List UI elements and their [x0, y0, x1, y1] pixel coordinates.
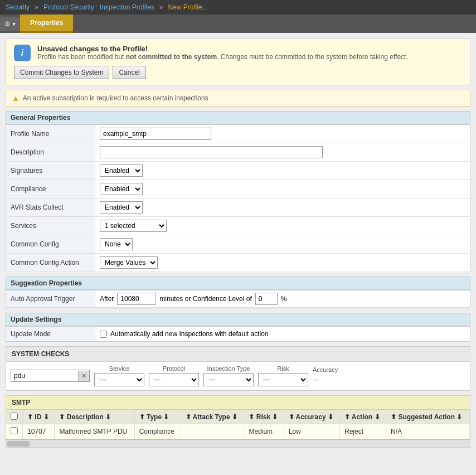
description-row: Description	[6, 143, 470, 162]
warning-text-after: . Changes must be committed to the syste…	[217, 53, 408, 61]
horizontal-scrollbar[interactable]	[6, 439, 470, 447]
smtp-table-header-row: ⬆ ID ⬇ ⬆ Description ⬇ ⬆ Type ⬇ ⬆ Attack…	[6, 410, 470, 424]
tab-bar: ⚙ ▾ Properties	[0, 14, 476, 33]
minutes-input[interactable]: 10080	[117, 293, 156, 305]
warning-text-bold: not committed to the system	[126, 53, 217, 61]
row-checkbox-cell	[6, 424, 23, 439]
profile-name-value	[95, 125, 470, 143]
signatures-select[interactable]: Enabled Disabled	[100, 164, 143, 177]
common-config-action-row: Common Config Action Merge Values Overri…	[6, 254, 470, 272]
after-label: After	[100, 295, 114, 303]
tab-properties[interactable]: Properties	[20, 14, 73, 33]
row-accuracy-cell: Low	[284, 424, 339, 439]
avr-stats-select[interactable]: Enabled Disabled	[100, 201, 143, 214]
row-action-cell: Reject	[339, 424, 386, 439]
gear-icon: ⚙	[4, 20, 11, 28]
info-icon: i	[14, 45, 31, 61]
accuracy-filter-group: Accuracy ---	[313, 366, 338, 385]
common-config-row: Common Config None	[6, 235, 470, 254]
protocol-filter-select[interactable]: ---	[149, 373, 199, 386]
clear-search-button[interactable]: ✕	[78, 371, 89, 381]
avr-stats-row: AVR Stats Collect Enabled Disabled	[6, 198, 470, 217]
row-id-cell[interactable]: 10707	[23, 424, 55, 439]
signatures-row: Signatures Enabled Disabled	[6, 162, 470, 180]
commit-changes-button[interactable]: Commit Changes to System	[14, 66, 109, 79]
avr-stats-label: AVR Stats Collect	[6, 198, 95, 217]
top-nav: Security » Protocol Security : Inspectio…	[0, 0, 476, 14]
warning-title: Unsaved changes to the Profile!	[37, 45, 408, 53]
confidence-input[interactable]: 0	[255, 293, 278, 305]
filter-row: ✕ Service --- Protocol --- Inspection Ty…	[6, 362, 470, 390]
auto-add-checkbox[interactable]	[100, 331, 107, 338]
col-header-id: ⬆ ID ⬇	[23, 410, 55, 424]
inspection-type-filter-select[interactable]: ---	[203, 373, 254, 386]
main-content: i Unsaved changes to the Profile! Profil…	[0, 33, 476, 475]
row-description-cell: Malformed SMTP PDU	[55, 424, 134, 439]
services-label: Services	[6, 217, 95, 235]
col-header-description: ⬆ Description ⬇	[55, 410, 134, 424]
warning-triangle-icon: ▲	[12, 94, 20, 103]
percent-label: %	[281, 295, 287, 303]
compliance-select[interactable]: Enabled Disabled	[100, 183, 143, 195]
auto-approval-label: Auto Approval Trigger	[6, 290, 95, 307]
col-header-type: ⬆ Type ⬇	[134, 410, 181, 424]
col-risk-label: ⬆ Risk ⬇	[249, 413, 278, 421]
col-suggested-action-label: ⬆ Suggested Action ⬇	[391, 413, 462, 421]
update-settings-header: Update Settings	[6, 313, 470, 326]
common-config-action-value: Merge Values Override	[95, 254, 470, 272]
service-filter-group: Service ---	[94, 365, 144, 386]
protocol-filter-group: Protocol ---	[149, 365, 199, 386]
col-id-label: ⬆ ID ⬇	[27, 413, 49, 421]
update-mode-label: Update Mode	[6, 327, 95, 341]
col-attack-type-label: ⬆ Attack Type ⬇	[186, 413, 237, 421]
row-suggested-action-cell: N/A	[386, 424, 470, 439]
system-checks-container: SYSTEM CHECKS ✕ Service --- Protocol	[6, 346, 470, 391]
signatures-label: Signatures	[6, 162, 95, 180]
search-input[interactable]	[11, 370, 78, 381]
breadcrumb-sep1: »	[35, 3, 38, 11]
warning-text: Profile has been modified but not commit…	[37, 53, 408, 61]
col-header-suggested-action: ⬆ Suggested Action ⬇	[386, 410, 470, 424]
col-type-label: ⬆ Type ⬇	[139, 413, 169, 421]
compliance-label: Compliance	[6, 180, 95, 198]
description-label: Description	[6, 143, 95, 162]
col-header-risk: ⬆ Risk ⬇	[244, 410, 284, 424]
search-filter-group: ✕	[11, 370, 90, 382]
avr-stats-value: Enabled Disabled	[95, 198, 470, 217]
auto-approval-value: After 10080 minutes or Confidence Level …	[95, 290, 291, 307]
risk-filter-label: Risk	[258, 365, 308, 372]
protocol-filter-label: Protocol	[149, 365, 199, 372]
risk-filter-select[interactable]: ---	[258, 373, 308, 386]
cancel-button[interactable]: Cancel	[113, 66, 145, 79]
common-config-value: None	[95, 235, 470, 254]
select-all-checkbox[interactable]	[11, 413, 18, 420]
profile-name-input[interactable]	[100, 128, 211, 140]
gear-button[interactable]: ⚙ ▾	[0, 17, 20, 31]
smtp-header: SMTP	[6, 396, 470, 410]
info-bar-text: An active subscription is required to ac…	[23, 94, 208, 102]
update-mode-value: Automatically add new Inspections with d…	[95, 327, 273, 341]
signatures-value: Enabled Disabled	[95, 162, 470, 180]
row-attack-type-cell	[181, 424, 244, 439]
banner-buttons: Commit Changes to System Cancel	[14, 66, 462, 79]
breadcrumb-security[interactable]: Security	[6, 3, 30, 11]
accuracy-filter-label: Accuracy	[313, 366, 338, 373]
service-filter-select[interactable]: ---	[94, 373, 144, 386]
gear-arrow-icon: ▾	[12, 20, 16, 28]
system-checks-header: SYSTEM CHECKS	[6, 347, 470, 362]
service-filter-label: Service	[94, 365, 144, 372]
services-select[interactable]: 1 selected	[100, 220, 167, 232]
description-input[interactable]	[100, 146, 323, 158]
inspection-type-filter-group: Inspection Type ---	[203, 365, 254, 386]
breadcrumb-inspection-profiles[interactable]: Protocol Security : Inspection Profiles	[43, 3, 154, 11]
general-properties-table: Profile Name Description Signatures Enab…	[6, 124, 470, 272]
profile-name-row: Profile Name	[6, 125, 470, 143]
breadcrumb-new-profile: New Profile...	[168, 3, 208, 11]
common-config-action-select[interactable]: Merge Values Override	[100, 256, 158, 269]
compliance-row: Compliance Enabled Disabled	[6, 180, 470, 198]
row-checkbox[interactable]	[11, 427, 18, 434]
auto-add-label: Automatically add new Inspections with d…	[110, 330, 269, 338]
col-header-action: ⬆ Action ⬇	[339, 410, 386, 424]
smtp-section: SMTP ⬆ ID ⬇ ⬆ Description ⬇ ⬆ Type ⬇	[6, 395, 470, 448]
common-config-select[interactable]: None	[100, 238, 133, 250]
